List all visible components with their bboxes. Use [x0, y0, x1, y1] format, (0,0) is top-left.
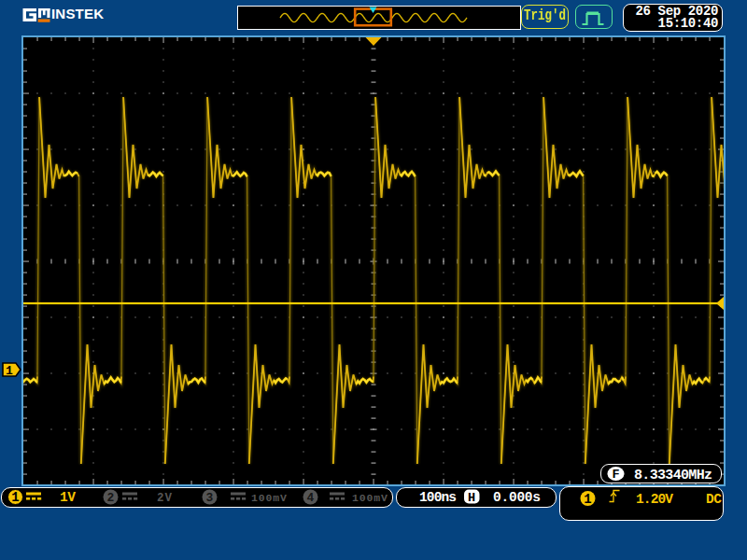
- svg-text:2V: 2V: [157, 492, 172, 505]
- svg-text:INSTEK: INSTEK: [51, 6, 104, 21]
- svg-text:1.20V: 1.20V: [636, 492, 673, 507]
- svg-text:100mV: 100mV: [251, 492, 287, 504]
- svg-text:3: 3: [206, 491, 214, 505]
- svg-text:100ns: 100ns: [419, 490, 457, 505]
- svg-text:1: 1: [584, 492, 591, 507]
- svg-text:0.000s: 0.000s: [493, 490, 541, 505]
- svg-text:H: H: [468, 491, 475, 505]
- svg-text:8.33340MHz: 8.33340MHz: [634, 468, 712, 483]
- svg-text:4: 4: [307, 491, 315, 505]
- svg-text:100mV: 100mV: [352, 492, 388, 504]
- svg-text:DC: DC: [706, 492, 722, 507]
- svg-text:2: 2: [107, 491, 115, 505]
- svg-text:1: 1: [6, 364, 13, 378]
- svg-text:1: 1: [11, 490, 19, 505]
- svg-text:F: F: [612, 468, 619, 482]
- svg-text:1V: 1V: [60, 490, 76, 505]
